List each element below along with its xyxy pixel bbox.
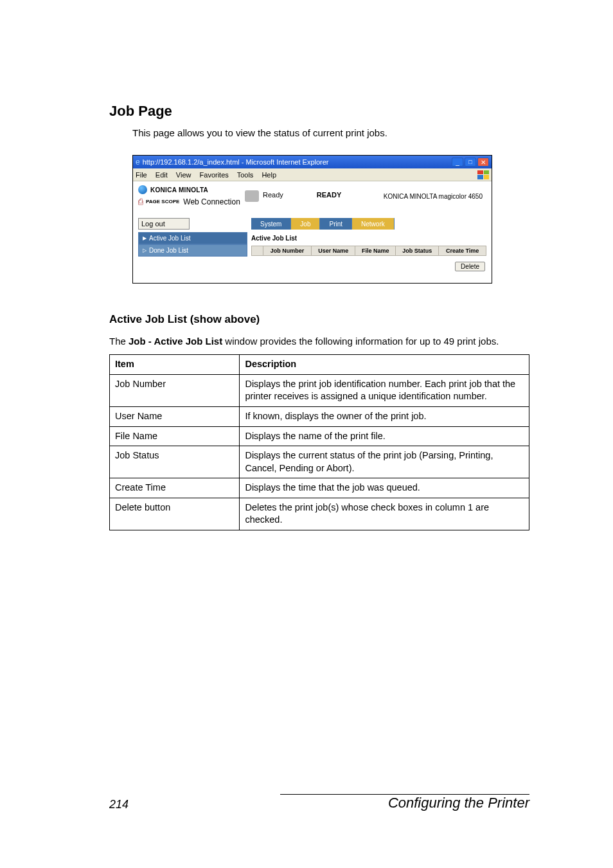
tab-network[interactable]: Network	[352, 218, 395, 230]
globe-icon	[138, 185, 147, 194]
menu-file[interactable]: File	[136, 171, 147, 179]
windows-logo-icon	[477, 170, 489, 179]
th-item: Item	[110, 355, 240, 375]
col-job-status: Job Status	[396, 246, 439, 256]
logout-button[interactable]: Log out	[138, 218, 190, 230]
window-minimize-button[interactable]: _	[452, 158, 463, 167]
table-row: Job StatusDisplays the current status of…	[110, 446, 529, 478]
active-job-list-subhead: Active Job List (show above)	[109, 313, 529, 326]
table-row: Create TimeDisplays the time that the jo…	[110, 478, 529, 498]
menu-edit[interactable]: Edit	[155, 171, 168, 179]
sidebar-item-label: Done Job List	[149, 247, 188, 254]
tab-bar: System Job Print Network	[251, 218, 395, 230]
panel-title: Active Job List	[251, 235, 486, 242]
printer-icon	[245, 190, 259, 202]
window-titlebar: e http://192.168.1.2/a_index.html - Micr…	[133, 156, 492, 168]
web-connection-label: Web Connection	[183, 197, 240, 206]
col-user-name: User Name	[312, 246, 355, 256]
page-number: 214	[109, 798, 129, 811]
brand-name: KONICA MINOLTA	[150, 186, 208, 194]
item-description-table: Item Description Job NumberDisplays the …	[109, 354, 529, 530]
job-page-heading: Job Page	[109, 103, 529, 120]
triangle-icon: ▷	[143, 248, 147, 253]
ie-icon: e	[136, 158, 140, 167]
window-title: http://192.168.1.2/a_index.html - Micros…	[143, 158, 329, 166]
sidebar-item-label: Active Job List	[149, 235, 190, 242]
sidebar-item-active-job-list[interactable]: ▶ Active Job List	[138, 232, 247, 244]
menu-help[interactable]: Help	[262, 171, 276, 179]
col-checkbox	[252, 246, 263, 256]
window-close-button[interactable]: ✕	[477, 158, 489, 167]
active-job-table: Job Number User Name File Name Job Statu…	[251, 246, 486, 256]
delete-button[interactable]: Delete	[455, 262, 485, 271]
col-job-number: Job Number	[263, 246, 312, 256]
triangle-icon: ▶	[143, 235, 147, 241]
menu-favorites[interactable]: Favorites	[200, 171, 229, 179]
description-paragraph: The Job - Active Job List window provide…	[109, 335, 529, 348]
pagescope-icon: ⎙	[138, 197, 143, 206]
footer-title: Configuring the Printer	[388, 795, 529, 811]
browser-screenshot: e http://192.168.1.2/a_index.html - Micr…	[132, 155, 492, 284]
tab-system[interactable]: System	[251, 218, 291, 230]
table-row: User NameIf known, displays the owner of…	[110, 406, 529, 426]
window-maximize-button[interactable]: □	[465, 158, 476, 167]
printer-model: KONICA MINOLTA magicolor 4650	[384, 193, 486, 200]
table-row: File NameDisplays the name of the print …	[110, 426, 529, 446]
intro-text: This page allows you to view the status …	[132, 127, 529, 138]
table-row: Delete buttonDeletes the print job(s) wh…	[110, 498, 529, 530]
th-description: Description	[240, 355, 529, 375]
pagescope-label: PAGE SCOPE	[146, 199, 179, 204]
col-file-name: File Name	[355, 246, 396, 256]
menu-view[interactable]: View	[176, 171, 191, 179]
table-row: Job NumberDisplays the print job identif…	[110, 374, 529, 406]
ready-small: Ready	[263, 191, 283, 199]
menubar: File Edit View Favorites Tools Help	[133, 168, 492, 181]
sidebar-item-done-job-list[interactable]: ▷ Done Job List	[138, 244, 247, 257]
tab-job[interactable]: Job	[291, 218, 320, 230]
menu-tools[interactable]: Tools	[237, 171, 254, 179]
ready-status: READY	[317, 191, 342, 199]
tab-print[interactable]: Print	[320, 218, 352, 230]
col-create-time: Create Time	[439, 246, 486, 256]
